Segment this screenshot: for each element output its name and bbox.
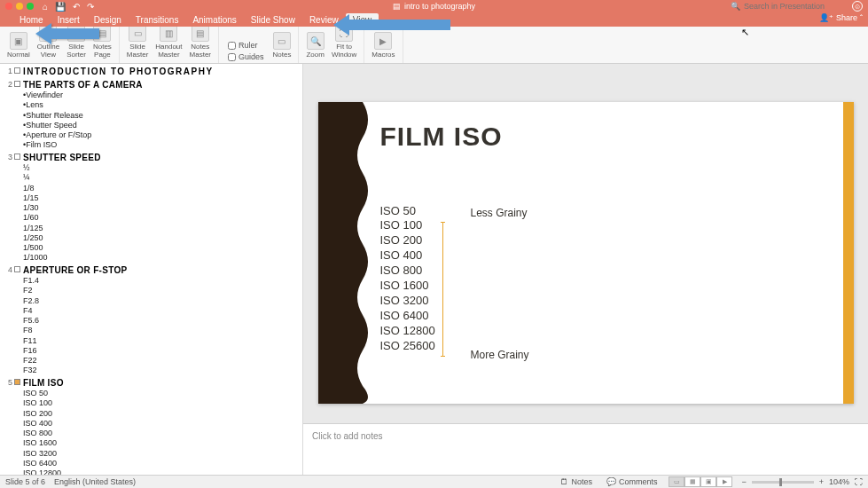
tab-view[interactable]: View bbox=[346, 13, 379, 27]
outline-body-line[interactable]: ISO 200 bbox=[23, 409, 302, 419]
fit-to-window-icon[interactable]: ⛶ bbox=[855, 477, 863, 486]
outline-body-line[interactable]: ISO 3200 bbox=[23, 449, 302, 459]
zoom-percent[interactable]: 104% bbox=[829, 477, 849, 486]
iso-list[interactable]: ISO 50ISO 100ISO 200ISO 400ISO 800ISO 16… bbox=[380, 204, 435, 354]
outline-body-line[interactable]: 1/250 bbox=[23, 233, 302, 243]
outline-body-line[interactable]: ISO 6400 bbox=[23, 459, 302, 468]
fit-window-button[interactable]: ⛶Fit to Window bbox=[328, 24, 360, 61]
outline-slide[interactable]: 4APERTURE OR F-STOPF1.4F2F2.8F4F5.6F8F11… bbox=[4, 265, 302, 376]
main-content: 1INTRODUCTION TO PHOTOGRAPHY2THE PARTS O… bbox=[0, 64, 868, 475]
outline-slide-title[interactable]: FILM ISO bbox=[23, 378, 64, 390]
notes-master-button[interactable]: ▤Notes Master bbox=[186, 24, 215, 61]
outline-pane[interactable]: 1INTRODUCTION TO PHOTOGRAPHY2THE PARTS O… bbox=[0, 64, 303, 475]
tab-slideshow[interactable]: Slide Show bbox=[244, 13, 302, 27]
outline-body-line[interactable]: 1/125 bbox=[23, 224, 302, 233]
comments-toggle[interactable]: 💬Comments bbox=[604, 477, 661, 486]
guides-checkbox[interactable]: Guides bbox=[228, 52, 264, 61]
normal-view-button[interactable]: ▣Normal bbox=[4, 32, 34, 61]
search-icon: 🔍 bbox=[731, 2, 740, 11]
outline-body-line[interactable]: F32 bbox=[23, 366, 302, 375]
outline-slide[interactable]: 3SHUTTER SPEED½¼1/81/151/301/601/1251/25… bbox=[4, 153, 302, 264]
outline-slide-title[interactable]: THE PARTS OF A CAMERA bbox=[23, 80, 143, 91]
outline-body-line[interactable]: F16 bbox=[23, 346, 302, 356]
close-window-icon[interactable] bbox=[5, 3, 12, 10]
notes-toggle-button[interactable]: ▭Notes bbox=[270, 32, 295, 61]
slide-master-button[interactable]: ▭Slide Master bbox=[123, 24, 152, 61]
zoom-out-button[interactable]: − bbox=[741, 477, 746, 486]
outline-body-line[interactable]: F5.6 bbox=[23, 316, 302, 326]
outline-body-line[interactable]: ISO 100 bbox=[23, 398, 302, 408]
outline-body-line[interactable]: 1/8 bbox=[23, 184, 302, 193]
outline-body-line[interactable]: 1/15 bbox=[23, 193, 302, 203]
outline-body-line[interactable]: ½ bbox=[23, 163, 302, 173]
slide-sorter-icon: ▦ bbox=[67, 24, 85, 42]
outline-body-line[interactable]: ISO 800 bbox=[23, 429, 302, 438]
tab-home[interactable]: Home bbox=[12, 13, 51, 27]
outline-view-button[interactable]: ☰Outline View bbox=[34, 24, 63, 61]
notes-pane[interactable]: Click to add notes bbox=[303, 423, 868, 475]
normal-view-mode[interactable]: ▭ bbox=[669, 476, 684, 487]
notes-toggle[interactable]: 🗒Notes bbox=[558, 477, 595, 486]
home-icon[interactable]: ⌂ bbox=[43, 2, 48, 12]
zoom-button[interactable]: 🔍Zoom bbox=[302, 32, 327, 61]
handout-master-button[interactable]: ▥Handout Master bbox=[152, 24, 185, 61]
outline-body-line[interactable]: F8 bbox=[23, 326, 302, 335]
outline-body-line[interactable]: ISO 12800 bbox=[23, 468, 302, 475]
slide[interactable]: FILM ISO ISO 50ISO 100ISO 200ISO 400ISO … bbox=[318, 102, 854, 404]
reading-view-mode[interactable]: ▣ bbox=[700, 476, 716, 487]
fullscreen-window-icon[interactable] bbox=[27, 3, 34, 10]
outline-body-line[interactable]: •Film ISO bbox=[23, 140, 302, 150]
undo-icon[interactable]: ↶ bbox=[73, 2, 80, 12]
outline-body-line[interactable]: •Viewfinder bbox=[23, 91, 302, 100]
outline-body-line[interactable]: 1/1000 bbox=[23, 253, 302, 263]
share-button[interactable]: 👤⁺ Share ˆ bbox=[819, 13, 863, 22]
tab-insert[interactable]: Insert bbox=[51, 13, 87, 27]
ruler-checkbox[interactable]: Ruler bbox=[228, 41, 264, 50]
minimize-window-icon[interactable] bbox=[16, 3, 23, 10]
outline-body-line[interactable]: F1.4 bbox=[23, 276, 302, 286]
outline-body-line[interactable]: F11 bbox=[23, 336, 302, 346]
sorter-view-mode[interactable]: ▦ bbox=[684, 476, 700, 487]
outline-body-line[interactable]: ISO 400 bbox=[23, 419, 302, 429]
save-icon[interactable]: 💾 bbox=[55, 2, 66, 12]
help-icon[interactable]: ☺ bbox=[852, 1, 863, 12]
language-indicator[interactable]: English (United States) bbox=[54, 477, 136, 486]
outline-body-line[interactable]: ISO 50 bbox=[23, 389, 302, 398]
outline-body-line[interactable]: •Shutter Speed bbox=[23, 121, 302, 130]
tab-design[interactable]: Design bbox=[87, 13, 129, 27]
outline-body-line[interactable]: •Lens bbox=[23, 100, 302, 110]
outline-body-line[interactable]: F2 bbox=[23, 286, 302, 295]
outline-body-line[interactable]: F4 bbox=[23, 306, 302, 316]
slide-counter[interactable]: Slide 5 of 6 bbox=[5, 477, 45, 486]
outline-slide[interactable]: 1INTRODUCTION TO PHOTOGRAPHY bbox=[4, 67, 302, 78]
outline-slide-title[interactable]: APERTURE OR F-STOP bbox=[23, 265, 127, 277]
outline-slide[interactable]: 5FILM ISOISO 50ISO 100ISO 200ISO 400ISO … bbox=[4, 378, 302, 476]
outline-slide[interactable]: 2THE PARTS OF A CAMERA•Viewfinder•Lens•S… bbox=[4, 80, 302, 151]
ribbon-tabs: Home Insert Design Transitions Animation… bbox=[0, 12, 868, 27]
notes-page-button[interactable]: ▤Notes Page bbox=[90, 24, 115, 61]
redo-icon[interactable]: ↷ bbox=[87, 2, 94, 12]
chevron-up-icon[interactable]: ˆ bbox=[860, 13, 863, 22]
outline-body-line[interactable]: •Aperture or F/Stop bbox=[23, 130, 302, 140]
outline-body-line[interactable]: ¼ bbox=[23, 173, 302, 183]
macros-button[interactable]: ▶Macros bbox=[368, 32, 398, 61]
outline-body-line[interactable]: F22 bbox=[23, 356, 302, 366]
slide-sorter-button[interactable]: ▦Slide Sorter bbox=[63, 24, 90, 61]
outline-slide-title[interactable]: INTRODUCTION TO PHOTOGRAPHY bbox=[23, 67, 214, 78]
tab-animations[interactable]: Animations bbox=[185, 13, 243, 27]
zoom-in-button[interactable]: + bbox=[819, 477, 824, 486]
tab-review[interactable]: Review bbox=[302, 13, 346, 27]
outline-body-line[interactable]: F2.8 bbox=[23, 296, 302, 306]
outline-body-line[interactable]: 1/500 bbox=[23, 243, 302, 253]
tab-transitions[interactable]: Transitions bbox=[129, 13, 186, 27]
outline-body-line[interactable]: ISO 1600 bbox=[23, 438, 302, 448]
outline-body-line[interactable]: 1/60 bbox=[23, 213, 302, 223]
slide-title[interactable]: FILM ISO bbox=[380, 122, 503, 152]
search-area[interactable]: 🔍 bbox=[731, 2, 841, 11]
search-input[interactable] bbox=[744, 2, 841, 11]
outline-body-line[interactable]: •Shutter Release bbox=[23, 111, 302, 121]
outline-slide-title[interactable]: SHUTTER SPEED bbox=[23, 153, 101, 164]
slideshow-view-mode[interactable]: ▶ bbox=[716, 476, 732, 487]
zoom-slider[interactable] bbox=[752, 481, 814, 484]
outline-body-line[interactable]: 1/30 bbox=[23, 203, 302, 213]
